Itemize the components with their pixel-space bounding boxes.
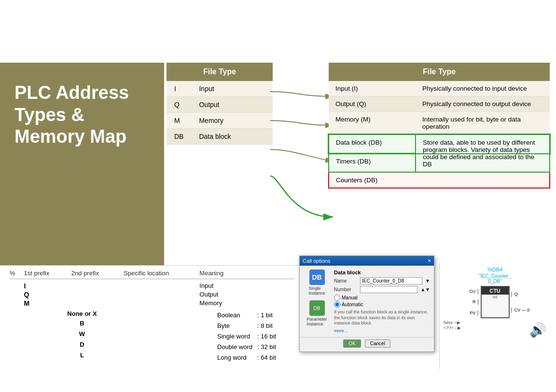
meaning-header: Meaning — [199, 270, 294, 277]
dialog-fields: Data block Name ▼ Number ▲▼ Manual Autom… — [334, 270, 430, 333]
table-row: Q Output — [167, 97, 273, 113]
slide-title: PLC AddressTypes &Memory Map — [14, 82, 129, 148]
bits-list: : 1 bit: 8 bit: 16 bit: 32 bit: 64 bit — [257, 310, 276, 363]
cu-pin: CU │ — [459, 289, 480, 294]
plc-block: CTU Int — [481, 286, 510, 318]
automatic-radio[interactable]: Automatic — [334, 301, 430, 308]
label-cell: Data block — [191, 129, 273, 145]
type-cell: Memory (M) — [329, 112, 416, 135]
name-input[interactable] — [360, 277, 422, 284]
type-cell: Input (I) — [329, 81, 416, 96]
table-row: DB Data block — [167, 129, 273, 145]
small-table-header: File Type — [167, 63, 273, 81]
db-icon: DB — [309, 270, 325, 285]
code-cell: M — [167, 113, 191, 129]
label-cell: Input — [191, 81, 273, 97]
cancel-button[interactable]: Cancel — [365, 339, 390, 348]
large-table-header: File Type — [329, 63, 550, 81]
manual-label: Manual — [342, 295, 358, 300]
table-row: M Memory — [167, 113, 273, 129]
label-cell: Output — [191, 97, 273, 113]
connection-arrows — [270, 68, 333, 260]
meanings-list: BooleanByteSingle wordDouble wordLong wo… — [217, 310, 252, 363]
dialog-close-button[interactable]: × — [428, 257, 431, 264]
list-item: Q Output — [10, 291, 294, 298]
number-input[interactable] — [360, 286, 417, 293]
location-header: Specific location — [124, 270, 199, 277]
plc-right-pins: │ Q │ CV — 0 — [510, 286, 531, 318]
prefix-items: BWDL — [24, 318, 140, 361]
label-cell: Memory — [191, 113, 273, 129]
dialog-titlebar: Call options × — [300, 256, 434, 266]
table-row: Output (Q) Physically connected to outpu… — [329, 96, 550, 112]
dialog-title: Call options — [303, 258, 330, 264]
parameter-instance-label: ParameterInstance — [306, 317, 327, 326]
table-row: I Input — [167, 81, 273, 97]
code-cell: Q — [167, 97, 191, 113]
dialog-footer: OK Cancel — [300, 337, 434, 350]
table-row: Memory (M) Internally used for bit, byte… — [329, 112, 550, 135]
desc-cell: Internally used for bit, byte or data op… — [416, 112, 550, 135]
pv-pin: PV │ — [459, 311, 480, 315]
large-file-type-table: File Type Input (I) Physically connected… — [328, 63, 550, 189]
parameter-instance-icon[interactable]: DB ParameterInstance — [306, 300, 327, 326]
plc-db-label: %DB4 — [444, 267, 546, 272]
desc-cell: Physically connected to output device — [416, 96, 550, 112]
code-cell: I — [167, 81, 191, 97]
number-label: Number — [334, 287, 358, 292]
plc-block-container: CU │ R │ PV │ CTU Int │ Q │ CV — 0 — [459, 286, 531, 318]
desc-cell: Store data, able to be used by different… — [416, 135, 550, 172]
instance-radio-group: Manual Automatic — [334, 295, 430, 308]
param-icon: DB — [309, 300, 325, 316]
table-row-db-highlight: Data block (DB) Store data, able to be u… — [329, 135, 550, 153]
bottom-table-header: % 1st prefix 2nd prefix Specific locatio… — [10, 270, 294, 279]
prefix-group: None or X BWDL BooleanByteSingle wordDou… — [10, 310, 294, 363]
plc-block-title: CTU — [482, 287, 509, 295]
speaker-icon: 🔊 — [529, 322, 546, 338]
plc-block-sub: Int — [482, 295, 509, 300]
call-options-dialog[interactable]: Call options × DB SingleInstance DB Para… — [299, 256, 434, 352]
code-cell: DB — [167, 129, 191, 145]
manual-radio[interactable]: Manual — [334, 295, 430, 301]
dialog-body: DB SingleInstance DB ParameterInstance D… — [300, 266, 434, 337]
memory-map-section: % 1st prefix 2nd prefix Specific locatio… — [0, 265, 304, 392]
ok-button[interactable]: OK — [343, 339, 361, 348]
number-field-row: Number ▲▼ — [334, 286, 430, 293]
single-instance-label: SingleInstance — [308, 286, 325, 296]
table-row-counter-highlight: Counters (DB) — [329, 172, 550, 188]
more-link[interactable]: more... — [334, 328, 430, 333]
plc-db-name: "IEC_Counter_0_DB" — [444, 273, 546, 284]
first-prefix-header: 1st prefix — [24, 270, 71, 277]
dialog-icons: DB SingleInstance DB ParameterInstance — [304, 270, 330, 333]
type-cell: Timers (DB) — [329, 153, 416, 172]
plc-diagram: %DB4 "IEC_Counter_0_DB" CU │ R │ PV │ CT… — [439, 263, 550, 369]
none-or-x-label: None or X — [24, 310, 140, 317]
type-cell: Output (Q) — [329, 96, 416, 112]
name-field-row: Name ▼ — [334, 277, 430, 284]
dialog-description: If you call the function block as a sing… — [334, 310, 430, 326]
list-item: I Input — [10, 282, 294, 290]
table-row: Input (I) Physically connected to input … — [329, 81, 550, 96]
type-cell: Data block (DB) — [329, 135, 416, 153]
single-instance-icon[interactable]: DB SingleInstance — [308, 270, 325, 296]
pct-header: % — [10, 270, 24, 277]
desc-cell: Physically connected to input device — [416, 81, 550, 96]
type-cell: Counters (DB) — [329, 172, 550, 188]
plc-left-pins: CU │ R │ PV │ — [459, 286, 481, 318]
name-label: Name — [334, 278, 358, 284]
q-pin: │ Q — [511, 292, 531, 297]
automatic-label: Automatic — [342, 302, 363, 307]
r-pin: R │ — [459, 299, 480, 304]
data-block-section-title: Data block — [334, 270, 430, 275]
small-file-type-table: File Type I Input Q Output M Memory DB D… — [167, 63, 273, 145]
list-item: M Memory — [10, 299, 294, 307]
cv-pin: │ CV — 0 — [511, 308, 531, 312]
second-prefix-header: 2nd prefix — [71, 270, 124, 277]
